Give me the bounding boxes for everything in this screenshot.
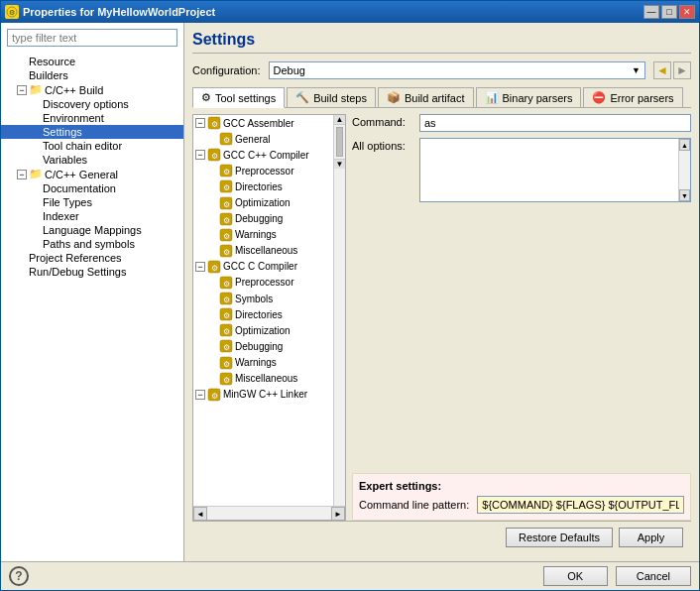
tool-item-gcc-cpp-misc[interactable]: ⚙Miscellaneous <box>193 243 333 259</box>
sidebar-item-file-types[interactable]: File Types <box>1 195 183 209</box>
tool-label-gcc-cpp-preprocessor: Preprocessor <box>235 166 293 177</box>
sidebar-item-discovery[interactable]: Discovery options <box>1 97 183 111</box>
svg-text:⚙: ⚙ <box>9 9 15 16</box>
tool-item-gcc-cpp-preprocessor[interactable]: ⚙Preprocessor <box>193 163 333 178</box>
close-button[interactable]: ✕ <box>679 5 695 19</box>
tab-binary-parsers[interactable]: 📊Binary parsers <box>476 87 582 107</box>
minimize-button[interactable]: — <box>643 5 659 19</box>
tab-error-parsers[interactable]: ⛔Error parsers <box>583 87 682 107</box>
tool-label-gcc-c-debugging: Debugging <box>235 341 283 352</box>
expand-icon-cpp-general[interactable]: − <box>17 170 27 179</box>
tool-item-gcc-c-preprocessor[interactable]: ⚙Preprocessor <box>193 275 333 291</box>
tool-icon-gcc-c-warnings: ⚙ <box>219 355 233 369</box>
tool-expand-gcc-cpp-compiler[interactable]: − <box>195 150 205 160</box>
command-line-row: Command line pattern: <box>359 496 684 514</box>
tool-item-gcc-c-symbols[interactable]: ⚙Symbols <box>193 291 333 306</box>
sidebar-label-run-debug: Run/Debug Settings <box>29 266 126 278</box>
cancel-button[interactable]: Cancel <box>616 566 691 586</box>
tool-item-gcc-cpp-warnings[interactable]: ⚙Warnings <box>193 227 333 243</box>
sidebar-item-documentation[interactable]: Documentation <box>1 181 183 195</box>
tool-icon-gcc-cpp-preprocessor: ⚙ <box>219 164 233 177</box>
tool-label-gcc-cpp-directories: Directories <box>235 181 283 192</box>
ok-button[interactable]: OK <box>543 566 608 586</box>
tool-item-gcc-cpp-optimization[interactable]: ⚙Optimization <box>193 194 333 210</box>
vertical-scrollbar[interactable]: ▲ ▼ <box>333 115 345 506</box>
sidebar-item-cpp-build[interactable]: −📁C/C++ Build <box>1 82 183 97</box>
svg-text:⚙: ⚙ <box>223 136 230 145</box>
tab-icon-tool-settings: ⚙ <box>201 91 211 104</box>
command-line-input[interactable] <box>477 496 684 514</box>
sidebar-item-indexer[interactable]: Indexer <box>1 209 183 223</box>
tool-item-gcc-c-optimization[interactable]: ⚙Optimization <box>193 322 333 338</box>
help-icon[interactable]: ? <box>9 566 29 586</box>
right-settings-panel: Command: All options: ▲ ▼ <box>352 114 691 521</box>
filter-input[interactable] <box>7 29 177 47</box>
window-icon: ⚙ <box>5 5 19 19</box>
sidebar-item-cpp-general[interactable]: −📁C/C++ General <box>1 167 183 181</box>
maximize-button[interactable]: □ <box>661 5 677 19</box>
tool-expand-gcc-asm[interactable]: − <box>195 118 205 128</box>
tab-icon-build-artifact: 📦 <box>387 91 401 104</box>
sidebar-item-builders[interactable]: Builders <box>1 68 183 82</box>
tool-item-gcc-cpp-debugging[interactable]: ⚙Debugging <box>193 211 333 227</box>
vscroll-up[interactable]: ▲ <box>679 139 690 151</box>
tool-item-gcc-c-compiler[interactable]: −⚙GCC C Compiler <box>193 259 333 275</box>
expert-settings: Expert settings: Command line pattern: <box>352 473 691 521</box>
config-dropdown-arrow: ▼ <box>632 65 641 75</box>
tool-item-gcc-asm-general[interactable]: ⚙General <box>193 131 333 147</box>
sidebar-item-settings[interactable]: Settings <box>1 125 183 139</box>
sidebar-item-toolchain[interactable]: Tool chain editor <box>1 139 183 153</box>
tool-icon-gcc-asm: ⚙ <box>207 116 221 130</box>
all-options-scrollbar[interactable]: ▲ ▼ <box>678 139 690 201</box>
restore-defaults-button[interactable]: Restore Defaults <box>506 528 613 547</box>
tool-item-mingw-cpp-linker[interactable]: −⚙MinGW C++ Linker <box>193 387 333 403</box>
vscroll-down[interactable]: ▼ <box>679 189 690 201</box>
svg-text:⚙: ⚙ <box>223 199 230 208</box>
sidebar-item-lang-mappings[interactable]: Language Mappings <box>1 223 183 237</box>
apply-button[interactable]: Apply <box>619 528 683 547</box>
sidebar-label-builders: Builders <box>29 69 68 81</box>
hscroll-left[interactable]: ◄ <box>193 507 207 521</box>
tab-build-artifact[interactable]: 📦Build artifact <box>378 87 474 107</box>
tool-item-gcc-c-warnings[interactable]: ⚙Warnings <box>193 354 333 370</box>
tool-item-gcc-c-debugging[interactable]: ⚙Debugging <box>193 338 333 354</box>
tool-item-gcc-c-directories[interactable]: ⚙Directories <box>193 306 333 322</box>
spacer <box>352 208 691 467</box>
sidebar-item-paths[interactable]: Paths and symbols <box>1 237 183 251</box>
tab-label-binary-parsers: Binary parsers <box>503 92 573 104</box>
sidebar-item-variables[interactable]: Variables <box>1 153 183 167</box>
tool-expand-gcc-c-compiler[interactable]: − <box>195 262 205 272</box>
tool-label-gcc-cpp-misc: Miscellaneous <box>235 245 297 256</box>
sidebar-item-project-refs[interactable]: Project References <box>1 251 183 265</box>
tab-tool-settings[interactable]: ⚙Tool settings <box>192 87 285 108</box>
sidebar-item-run-debug[interactable]: Run/Debug Settings <box>1 265 183 279</box>
tool-item-gcc-cpp-compiler[interactable]: −⚙GCC C++ Compiler <box>193 147 333 163</box>
tab-label-build-steps: Build steps <box>313 92 367 104</box>
tool-icon-gcc-c-directories: ⚙ <box>219 307 233 321</box>
svg-text:⚙: ⚙ <box>223 168 230 177</box>
hscroll-right[interactable]: ► <box>331 507 345 521</box>
tool-expand-mingw-cpp-linker[interactable]: − <box>195 390 205 400</box>
folder-icon-cpp-build: 📁 <box>29 83 43 96</box>
sidebar-item-environment[interactable]: Environment <box>1 111 183 125</box>
sidebar-item-resource[interactable]: Resource <box>1 55 183 68</box>
panel-body: −⚙GCC Assembler⚙General−⚙GCC C++ Compile… <box>192 114 691 521</box>
sidebar-label-project-refs: Project References <box>29 252 122 264</box>
horizontal-scrollbar[interactable]: ◄ ► <box>193 506 345 520</box>
all-options-label: All options: <box>352 138 411 152</box>
sidebar-label-indexer: Indexer <box>43 210 79 222</box>
svg-text:⚙: ⚙ <box>223 231 230 240</box>
page-title: Settings <box>192 31 691 54</box>
expand-icon-cpp-build[interactable]: − <box>17 85 27 95</box>
tool-label-gcc-cpp-warnings: Warnings <box>235 229 277 240</box>
config-dropdown[interactable]: Debug ▼ <box>269 61 646 79</box>
hscroll-track <box>207 507 331 520</box>
tool-item-gcc-c-misc[interactable]: ⚙Miscellaneous <box>193 371 333 387</box>
svg-text:⚙: ⚙ <box>223 375 230 384</box>
tool-item-gcc-asm[interactable]: −⚙GCC Assembler <box>193 115 333 131</box>
nav-fwd-button[interactable]: ► <box>673 61 691 79</box>
nav-back-button[interactable]: ◄ <box>653 61 671 79</box>
command-input[interactable] <box>419 114 691 132</box>
tab-build-steps[interactable]: 🔨Build steps <box>287 87 376 107</box>
tool-item-gcc-cpp-directories[interactable]: ⚙Directories <box>193 178 333 194</box>
